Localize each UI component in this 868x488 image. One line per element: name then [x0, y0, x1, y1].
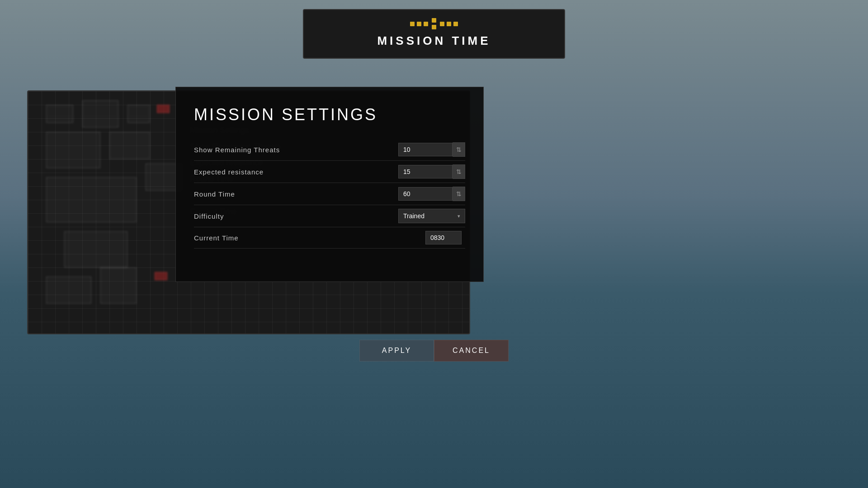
- setting-control-threats: ⇅: [398, 142, 465, 157]
- mission-settings-modal: MISSION SETTINGS Show Remaining Threats …: [175, 87, 484, 282]
- dot-group-left: [410, 22, 428, 26]
- time-input-group: [425, 231, 465, 244]
- dot: [417, 22, 421, 26]
- setting-row-current-time: Current Time: [194, 227, 465, 249]
- dot-center: [432, 18, 436, 29]
- setting-control-difficulty: Trained ▾: [398, 209, 465, 223]
- setting-control-current-time: [425, 231, 465, 244]
- map-room: [46, 132, 100, 168]
- setting-label-current-time: Current Time: [194, 234, 284, 242]
- setting-control-resistance: ⇅: [398, 164, 465, 179]
- dot: [432, 18, 436, 23]
- apply-button[interactable]: Apply: [359, 340, 434, 361]
- map-room: [109, 132, 150, 159]
- map-room: [127, 105, 150, 123]
- dot: [410, 22, 415, 26]
- current-time-input[interactable]: [425, 231, 462, 244]
- setting-row-round-time: Round Time ⇅: [194, 183, 465, 205]
- map-room: [64, 231, 127, 267]
- setting-label-round-time: Round Time: [194, 190, 284, 198]
- dot: [432, 25, 436, 29]
- difficulty-dropdown[interactable]: Trained ▾: [398, 209, 465, 223]
- modal-title: MISSION SETTINGS: [194, 105, 465, 124]
- difficulty-dropdown-display[interactable]: Trained ▾: [398, 209, 465, 223]
- map-room-red: [157, 105, 170, 113]
- map-room: [100, 267, 137, 304]
- dot: [453, 22, 458, 26]
- dot: [447, 22, 451, 26]
- modal-content: MISSION SETTINGS Show Remaining Threats …: [176, 87, 483, 282]
- cancel-button[interactable]: Cancel: [434, 340, 509, 361]
- time-dots-decoration: [317, 18, 551, 29]
- map-room-red-2: [155, 272, 167, 280]
- map-room: [46, 277, 91, 304]
- setting-label-difficulty: Difficulty: [194, 212, 284, 220]
- setting-label-resistance: Expected resistance: [194, 168, 284, 176]
- round-time-input[interactable]: [398, 187, 453, 201]
- map-room: [46, 105, 73, 123]
- map-room: [46, 177, 137, 222]
- map-room: [82, 100, 118, 127]
- threats-spin-btn[interactable]: ⇅: [453, 142, 465, 157]
- dot: [424, 22, 428, 26]
- setting-control-round-time: ⇅: [398, 187, 465, 201]
- resistance-input[interactable]: [398, 165, 453, 178]
- chevron-down-icon: ▾: [458, 213, 460, 219]
- setting-row-resistance: Expected resistance ⇅: [194, 161, 465, 183]
- settings-rows: Show Remaining Threats ⇅ Expected resist…: [194, 139, 465, 249]
- resistance-spin-btn[interactable]: ⇅: [453, 164, 465, 179]
- mission-time-title: MISSION TIME: [317, 34, 551, 48]
- difficulty-value: Trained: [403, 212, 425, 220]
- setting-label-threats: Show Remaining Threats: [194, 146, 284, 154]
- threats-input[interactable]: [398, 143, 453, 156]
- setting-row-threats: Show Remaining Threats ⇅: [194, 139, 465, 161]
- dot-group-right: [440, 22, 458, 26]
- round-time-spin-btn[interactable]: ⇅: [453, 187, 465, 201]
- setting-row-difficulty: Difficulty Trained ▾: [194, 205, 465, 227]
- bottom-buttons: Apply Cancel: [359, 340, 509, 361]
- dot: [440, 22, 444, 26]
- mission-time-panel: MISSION TIME: [303, 9, 565, 59]
